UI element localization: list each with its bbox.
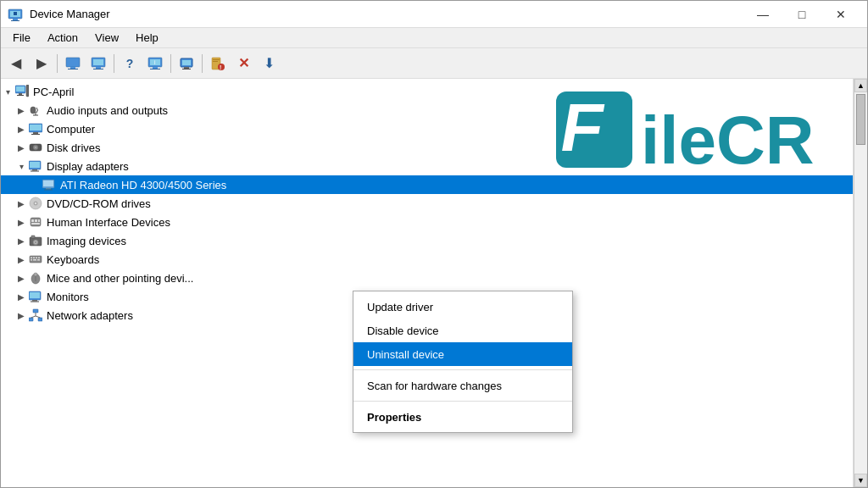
- mice-label: Mice and other pointing devi...: [47, 272, 193, 285]
- expand-display[interactable]: ▾: [14, 162, 28, 171]
- computer-button[interactable]: [175, 52, 198, 75]
- window-title: Device Manager: [30, 8, 743, 20]
- svg-rect-27: [16, 86, 25, 92]
- app-icon: [8, 7, 23, 22]
- computer-label: Computer: [47, 123, 95, 136]
- scan-changes-button[interactable]: ⬇: [257, 52, 281, 75]
- forward-button[interactable]: ▶: [30, 52, 53, 75]
- expand-imaging[interactable]: ▶: [14, 236, 28, 246]
- properties-button[interactable]: i: [143, 52, 167, 75]
- svg-rect-43: [32, 169, 37, 171]
- svg-line-81: [31, 316, 36, 318]
- help-button[interactable]: ?: [118, 52, 142, 75]
- tree-item-keyboard[interactable]: ▶ Keyboards: [1, 250, 853, 269]
- ctx-uninstall-device[interactable]: Uninstall device: [353, 342, 572, 366]
- svg-rect-74: [30, 292, 40, 298]
- svg-rect-31: [31, 107, 36, 114]
- svg-rect-54: [35, 219, 37, 222]
- toolbar: ◀ ▶ ? i: [1, 48, 867, 79]
- dvd-label: DVD/CD-ROM drives: [47, 197, 151, 210]
- watermark: F ileCR: [556, 87, 827, 189]
- svg-point-40: [35, 147, 36, 148]
- svg-rect-35: [30, 125, 42, 130]
- scroll-up-button[interactable]: ▲: [854, 79, 867, 92]
- scrollbar-vertical[interactable]: ▲ ▼: [854, 79, 867, 487]
- update-driver-button[interactable]: !: [206, 52, 230, 75]
- toolbar-separator-2: [114, 54, 114, 73]
- ctx-properties[interactable]: Properties: [353, 405, 572, 429]
- svg-rect-15: [150, 69, 160, 69]
- ctx-separator-1: [353, 369, 572, 370]
- tree-item-imaging[interactable]: ▶ Imaging devices: [1, 231, 853, 250]
- main-area: ▾ PC-April ▶: [1, 79, 867, 487]
- svg-rect-75: [32, 300, 37, 302]
- window-controls: — □ ✕: [743, 1, 860, 28]
- svg-point-61: [35, 241, 36, 243]
- pc-icon: [14, 84, 30, 99]
- scroll-track[interactable]: [854, 92, 867, 474]
- display-label: Display adapters: [47, 160, 129, 173]
- menu-action[interactable]: Action: [39, 30, 86, 46]
- expand-audio[interactable]: ▶: [14, 106, 28, 115]
- expand-monitors[interactable]: ▶: [14, 292, 28, 302]
- back-button[interactable]: ◀: [4, 52, 28, 75]
- menu-view[interactable]: View: [86, 30, 127, 46]
- expand-disk[interactable]: ▶: [14, 143, 28, 152]
- svg-rect-18: [182, 60, 191, 65]
- tree-item-hid[interactable]: ▶ Human Interface Devices: [1, 213, 853, 231]
- svg-rect-5: [66, 58, 80, 67]
- svg-rect-22: [213, 59, 220, 60]
- svg-rect-76: [31, 302, 39, 302]
- menu-help[interactable]: Help: [127, 30, 167, 46]
- disk-icon: [28, 140, 43, 155]
- device-overview-button[interactable]: [61, 52, 85, 75]
- remove-device-button[interactable]: ✕: [231, 52, 255, 75]
- ctx-disable-device[interactable]: Disable device: [353, 319, 572, 342]
- svg-rect-55: [38, 219, 40, 222]
- svg-text:!: !: [220, 64, 221, 70]
- expand-hid[interactable]: ▶: [14, 218, 28, 227]
- expand-root[interactable]: ▾: [1, 87, 14, 97]
- expand-keyboard[interactable]: ▶: [14, 255, 28, 264]
- network-icon: [28, 308, 43, 323]
- ati-icon: [42, 177, 57, 192]
- svg-rect-79: [38, 318, 42, 321]
- close-button[interactable]: ✕: [821, 1, 860, 28]
- svg-rect-48: [44, 190, 53, 191]
- svg-rect-7: [68, 69, 78, 69]
- scroll-down-button[interactable]: ▼: [854, 474, 867, 487]
- svg-rect-68: [33, 259, 36, 261]
- scroll-thumb[interactable]: [856, 94, 865, 145]
- expand-computer[interactable]: ▶: [14, 125, 28, 134]
- minimize-button[interactable]: —: [743, 1, 782, 28]
- display-icon: [28, 158, 43, 174]
- maximize-button[interactable]: □: [782, 1, 821, 28]
- svg-rect-2: [13, 19, 18, 20]
- ctx-update-driver[interactable]: Update driver: [353, 295, 572, 319]
- svg-line-82: [36, 316, 41, 318]
- svg-rect-28: [19, 93, 22, 95]
- svg-rect-11: [93, 69, 103, 69]
- hid-label: Human Interface Devices: [47, 216, 170, 229]
- imaging-label: Imaging devices: [47, 235, 126, 247]
- svg-text:ileCR: ileCR: [641, 103, 815, 178]
- expand-network[interactable]: ▶: [14, 311, 28, 320]
- resources-button[interactable]: [86, 52, 110, 75]
- tree-item-mice[interactable]: ▶ Mice and other pointing devi...: [1, 269, 853, 287]
- menu-file[interactable]: File: [4, 30, 39, 46]
- audio-label: Audio inputs and outputs: [47, 104, 168, 117]
- expand-mice[interactable]: ▶: [14, 274, 28, 283]
- root-label: PC-April: [33, 86, 74, 98]
- svg-rect-69: [37, 259, 40, 261]
- ctx-scan-hardware[interactable]: Scan for hardware changes: [353, 374, 572, 397]
- toolbar-separator-3: [170, 54, 171, 73]
- expand-dvd[interactable]: ▶: [14, 199, 28, 208]
- toolbar-separator-4: [202, 54, 203, 73]
- menu-bar: File Action View Help: [1, 28, 867, 48]
- svg-point-72: [34, 273, 37, 276]
- ati-label: ATI Radeon HD 4300/4500 Series: [60, 179, 226, 191]
- svg-rect-58: [31, 236, 35, 238]
- device-manager-window: Device Manager — □ ✕ File Action View He…: [0, 0, 868, 488]
- title-bar: Device Manager — □ ✕: [1, 1, 867, 28]
- tree-item-dvd[interactable]: ▶ DVD/CD-ROM drives: [1, 194, 853, 213]
